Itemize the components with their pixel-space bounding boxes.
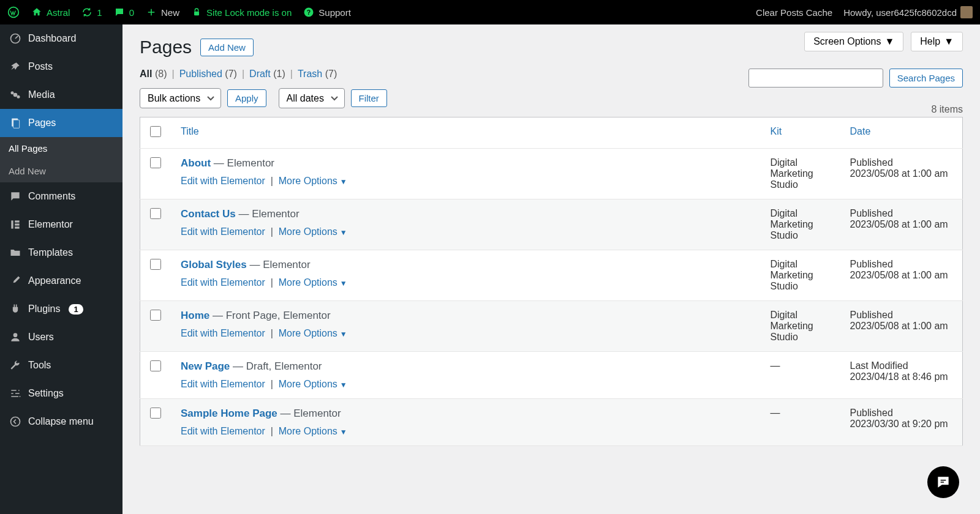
svg-point-15	[11, 417, 20, 426]
filter-published[interactable]: Published	[179, 69, 222, 79]
updates-link[interactable]: 1	[81, 6, 102, 18]
wrench-icon	[9, 359, 22, 372]
help-button[interactable]: Help ▼	[911, 32, 963, 51]
more-options-link[interactable]: More Options	[279, 226, 337, 237]
row-checkbox[interactable]	[150, 157, 161, 168]
chevron-down-icon: ▼	[340, 428, 347, 436]
sidebar-item-users[interactable]: Users	[0, 323, 123, 351]
svg-text:?: ?	[307, 9, 311, 16]
sliders-icon	[9, 387, 22, 400]
sidebar-item-posts[interactable]: Posts	[0, 53, 123, 81]
sidebar-item-pages[interactable]: Pages	[0, 109, 123, 137]
filter-all[interactable]: All	[140, 69, 152, 79]
collapse-icon	[9, 415, 22, 428]
edit-elementor-link[interactable]: Edit with Elementor	[181, 379, 265, 389]
sidebar-item-media[interactable]: Media	[0, 81, 123, 109]
edit-elementor-link[interactable]: Edit with Elementor	[181, 277, 265, 288]
row-date: Published2023/05/08 at 1:00 am	[840, 149, 963, 199]
row-kit: —	[761, 352, 840, 399]
filter-trash[interactable]: Trash	[298, 69, 322, 79]
comments-link[interactable]: 0	[113, 6, 134, 18]
row-title-link[interactable]: About	[181, 157, 211, 169]
row-suffix: — Front Page, Elementor	[209, 310, 330, 321]
more-options-link[interactable]: More Options	[279, 277, 337, 288]
chat-icon	[935, 474, 951, 490]
sidebar-item-dashboard[interactable]: Dashboard	[0, 24, 123, 53]
svg-rect-1	[194, 12, 199, 16]
search-input[interactable]	[748, 69, 883, 88]
sidebar-item-collapse[interactable]: Collapse menu	[0, 408, 123, 436]
admin-topbar: Astral 1 0 New Site Lock mode is on ?Sup…	[0, 0, 980, 24]
svg-point-14	[13, 333, 18, 337]
howdy-user[interactable]: Howdy, user6425fc8602dcd	[843, 6, 973, 18]
search-button[interactable]: Search Pages	[889, 69, 963, 88]
chat-fab[interactable]	[927, 466, 959, 498]
sidebar-item-plugins[interactable]: Plugins1	[0, 295, 123, 323]
screen-options-button[interactable]: Screen Options ▼	[804, 32, 903, 51]
row-title-link[interactable]: Contact Us	[181, 208, 236, 220]
sidebar-item-templates[interactable]: Templates	[0, 239, 123, 267]
row-kit: —	[761, 399, 840, 446]
filter-button[interactable]: Filter	[351, 89, 387, 107]
row-title-link[interactable]: New Page	[181, 360, 230, 372]
row-date: Published2023/05/08 at 1:00 am	[840, 199, 963, 250]
select-all-checkbox[interactable]	[150, 126, 161, 137]
row-title-link[interactable]: Global Styles	[181, 259, 247, 270]
edit-elementor-link[interactable]: Edit with Elementor	[181, 426, 265, 436]
row-kit: Digital Marketing Studio	[761, 149, 840, 199]
table-row: Home — Front Page, Elementor Edit with E…	[140, 301, 963, 352]
row-title-link[interactable]: Home	[181, 310, 209, 321]
row-checkbox[interactable]	[150, 408, 161, 419]
apply-button[interactable]: Apply	[227, 89, 266, 107]
add-new-button[interactable]: Add New	[200, 39, 254, 56]
elementor-icon	[9, 218, 22, 231]
sidebar-item-tools[interactable]: Tools	[0, 351, 123, 379]
date-filter-select[interactable]: All dates	[279, 88, 345, 108]
row-date: Published2023/03/30 at 9:20 pm	[840, 399, 963, 446]
pages-icon	[9, 116, 22, 130]
row-title-link[interactable]: Sample Home Page	[181, 408, 277, 419]
site-name-link[interactable]: Astral	[31, 6, 70, 18]
row-checkbox[interactable]	[150, 310, 161, 321]
media-icon	[9, 88, 22, 102]
chevron-down-icon: ▼	[884, 36, 894, 47]
edit-elementor-link[interactable]: Edit with Elementor	[181, 328, 265, 338]
sidebar-item-elementor[interactable]: Elementor	[0, 210, 123, 239]
sidebar-item-settings[interactable]: Settings	[0, 379, 123, 408]
admin-sidebar: Dashboard Posts Media Pages All Pages Ad…	[0, 24, 123, 514]
table-row: Sample Home Page — Elementor Edit with E…	[140, 399, 963, 446]
more-options-link[interactable]: More Options	[279, 176, 337, 186]
edit-elementor-link[interactable]: Edit with Elementor	[181, 176, 265, 186]
sidebar-item-comments[interactable]: Comments	[0, 182, 123, 210]
svg-rect-11	[15, 220, 19, 222]
more-options-link[interactable]: More Options	[279, 328, 337, 338]
dashboard-icon	[9, 32, 22, 45]
row-checkbox[interactable]	[150, 208, 161, 219]
wordpress-logo[interactable]	[7, 6, 20, 18]
bulk-actions-select[interactable]: Bulk actions	[140, 88, 221, 108]
support-link[interactable]: ?Support	[303, 6, 351, 18]
svg-rect-13	[15, 226, 19, 228]
submenu-all-pages[interactable]: All Pages	[0, 137, 123, 160]
submenu-add-new[interactable]: Add New	[0, 160, 123, 182]
row-checkbox[interactable]	[150, 259, 161, 270]
col-kit[interactable]: Kit	[761, 117, 840, 149]
more-options-link[interactable]: More Options	[279, 379, 337, 389]
site-lock-link[interactable]: Site Lock mode is on	[190, 6, 292, 18]
chevron-down-icon: ▼	[340, 279, 347, 288]
table-row: New Page — Draft, Elementor Edit with El…	[140, 352, 963, 399]
edit-elementor-link[interactable]: Edit with Elementor	[181, 226, 265, 237]
row-checkbox[interactable]	[150, 360, 161, 371]
sidebar-item-appearance[interactable]: Appearance	[0, 267, 123, 295]
row-suffix: — Elementor	[236, 208, 300, 220]
col-date[interactable]: Date	[840, 117, 963, 149]
chevron-down-icon: ▼	[340, 381, 347, 389]
clear-cache-link[interactable]: Clear Posts Cache	[756, 7, 832, 18]
svg-rect-10	[11, 220, 13, 228]
chevron-down-icon: ▼	[340, 228, 347, 237]
col-title[interactable]: Title	[171, 117, 761, 149]
more-options-link[interactable]: More Options	[279, 426, 337, 436]
sidebar-submenu: All Pages Add New	[0, 137, 123, 182]
filter-draft[interactable]: Draft	[249, 69, 271, 79]
new-link[interactable]: New	[145, 6, 179, 18]
